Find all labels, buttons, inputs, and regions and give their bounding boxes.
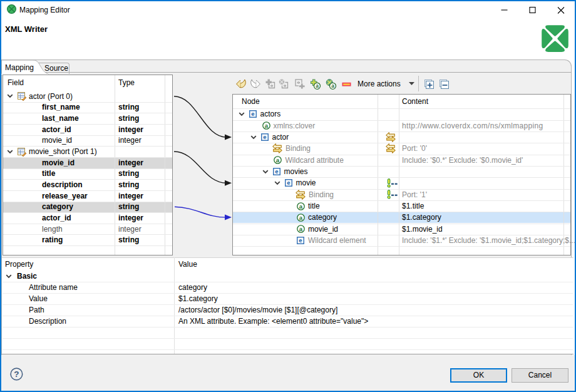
svg-text:a: a: [316, 83, 319, 89]
svg-text:a: a: [276, 157, 280, 163]
svg-text:e: e: [251, 111, 254, 118]
svg-text:a: a: [264, 122, 268, 129]
svg-text:e: e: [287, 180, 290, 187]
svg-text:e: e: [263, 133, 266, 140]
svg-text:a: a: [299, 203, 303, 210]
svg-text:a: a: [299, 225, 303, 232]
svg-text:?: ?: [14, 369, 19, 379]
svg-text:e: e: [299, 237, 302, 244]
svg-text:a: a: [331, 83, 334, 89]
svg-text:a: a: [299, 214, 303, 221]
svg-text:e: e: [275, 168, 278, 175]
